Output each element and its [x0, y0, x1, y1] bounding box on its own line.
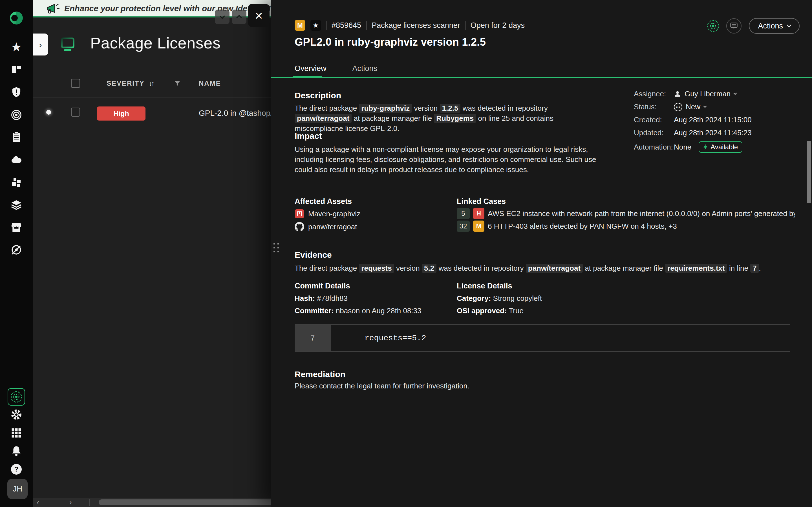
remediation-heading: Remediation — [295, 370, 345, 379]
metadata-divider — [620, 90, 620, 177]
commit-hash: Hash: #78fdh83 — [295, 294, 348, 303]
tab-overview[interactable]: Overview — [295, 64, 326, 73]
horizontal-scrollbar: ‹ › — [33, 498, 271, 507]
help-icon[interactable]: ? — [0, 462, 33, 476]
description-text: The direct package ruby-graphviz version… — [295, 103, 579, 133]
license-osi: OSI approved: True — [457, 306, 523, 315]
created-label: Created: — [634, 115, 674, 124]
drawer-resize-handle[interactable] — [273, 243, 279, 252]
assignee-label: Assignee: — [634, 90, 674, 98]
case-metadata: Assignee: Guy Liberman Status: ••• New C… — [634, 90, 752, 153]
favorite-star-button[interactable]: ★ — [310, 20, 321, 31]
evidence-heading: Evidence — [295, 250, 332, 260]
app-logo-icon[interactable] — [0, 11, 33, 25]
user-avatar[interactable]: JH — [7, 479, 28, 499]
chevron-down-icon — [787, 23, 792, 27]
filter-funnel-icon[interactable] — [174, 80, 181, 87]
case-count-badge: 5 — [457, 208, 470, 219]
actions-button[interactable]: Actions — [749, 18, 800, 34]
severity-high-badge: H — [473, 208, 485, 219]
updated-label: Updated: — [634, 128, 674, 137]
column-header-severity[interactable]: SEVERITY — [107, 79, 145, 87]
risk-shield-icon[interactable] — [0, 86, 33, 99]
ai-assistant-icon-active[interactable] — [8, 388, 25, 406]
horizontal-scroll-thumb[interactable] — [99, 499, 271, 505]
impact-heading: Impact — [295, 131, 322, 141]
github-icon — [295, 222, 304, 231]
dashboard-icon[interactable] — [0, 62, 33, 76]
drawer-grow-button[interactable] — [232, 10, 246, 24]
evidence-code-block: 7 requests==5.2 — [295, 325, 790, 351]
policies-clipboard-icon[interactable] — [0, 130, 33, 144]
automation-label: Automation: — [634, 143, 674, 152]
automation-available-button[interactable]: Available — [699, 142, 742, 153]
select-all-checkbox[interactable] — [71, 79, 80, 88]
star-icon: ★ — [313, 21, 319, 29]
modules-blocks-icon[interactable] — [0, 176, 33, 189]
row-divider — [33, 127, 271, 127]
column-header-name[interactable]: NAME — [199, 79, 221, 87]
drawer-close-button[interactable]: × — [248, 4, 269, 27]
sidebar-expand-tab[interactable]: › — [33, 34, 48, 55]
drawer-shrink-button[interactable] — [215, 10, 230, 24]
tabs-divider — [271, 77, 812, 78]
linked-case[interactable]: 32 M 6 HTTP-403 alerts detected by PAN N… — [457, 221, 677, 232]
asset-link[interactable]: Maven-graphviz — [295, 209, 360, 219]
affected-assets-heading: Affected Assets — [295, 197, 352, 206]
vertical-scroll-thumb[interactable] — [807, 141, 811, 203]
open-duration: Open for 2 days — [470, 21, 525, 30]
header-divider — [33, 97, 271, 98]
chevron-down-icon — [703, 104, 707, 108]
close-icon: × — [255, 8, 263, 23]
maven-icon — [295, 209, 304, 219]
license-details-heading: License Details — [457, 282, 512, 290]
scanner-monitor-icon — [59, 36, 76, 52]
chevron-up-icon — [236, 15, 242, 20]
scrollbar-divider — [89, 499, 90, 506]
favorites-star-icon[interactable]: ★ — [0, 40, 33, 54]
status-dropdown[interactable]: ••• New — [674, 103, 752, 111]
layers-icon[interactable] — [0, 198, 33, 212]
package-licenses-panel: › Package Licenses SEVERITY ↓↑ NAME High… — [33, 17, 271, 507]
description-heading: Description — [295, 91, 341, 100]
linked-cases-heading: Linked Cases — [457, 197, 506, 206]
row-checkbox[interactable] — [71, 108, 80, 117]
asset-link[interactable]: panw/terragoat — [295, 222, 357, 231]
comments-button[interactable] — [726, 18, 742, 34]
tab-actions[interactable]: Actions — [352, 64, 377, 73]
column-divider — [188, 74, 188, 98]
case-detail-drawer: M ★ #859645 Package licenses scanner Ope… — [271, 0, 812, 507]
case-count-badge: 32 — [457, 221, 470, 232]
chevron-down-icon — [219, 13, 225, 19]
lightning-icon — [703, 144, 708, 151]
apps-grid-icon[interactable] — [0, 426, 33, 440]
ai-analysis-icon[interactable] — [707, 20, 719, 32]
severity-badge: High — [97, 107, 146, 121]
updated-value: Aug 28th 2024 11:45:23 — [674, 128, 752, 137]
notifications-bell-icon[interactable] — [0, 444, 33, 458]
active-tab-indicator — [293, 76, 322, 78]
target-icon[interactable] — [0, 108, 33, 122]
comment-bubble-icon — [730, 22, 738, 30]
unread-bullet — [46, 110, 51, 115]
linked-case[interactable]: 5 H AWS EC2 instance with network path f… — [457, 208, 795, 219]
gauge-compass-icon[interactable] — [0, 243, 33, 257]
scroll-right-icon[interactable]: › — [69, 498, 72, 506]
megaphone-icon — [45, 2, 61, 16]
divider — [465, 21, 465, 30]
marketplace-storefront-icon[interactable] — [0, 221, 33, 234]
created-value: Aug 28th 2024 11:15:00 — [674, 115, 752, 124]
status-new-icon: ••• — [674, 103, 682, 111]
row-name: GPL-2.0 in @tashop/c — [199, 109, 271, 118]
case-title: GPL2.0 in ruby-graphviz version 1.2.5 — [295, 36, 486, 48]
sort-icon[interactable]: ↓↑ — [149, 80, 154, 87]
scroll-left-icon[interactable]: ‹ — [37, 498, 39, 506]
settings-gear-icon[interactable] — [0, 408, 33, 421]
case-id: #859645 — [332, 21, 361, 30]
commit-details-heading: Commit Details — [295, 282, 350, 290]
remediation-text: Please contact the legal team for furthe… — [295, 381, 718, 391]
person-icon — [674, 91, 681, 98]
cloud-icon[interactable] — [0, 153, 33, 166]
assignee-dropdown[interactable]: Guy Liberman — [674, 90, 752, 98]
evidence-text: The direct package requests version 5.2 … — [295, 263, 734, 273]
